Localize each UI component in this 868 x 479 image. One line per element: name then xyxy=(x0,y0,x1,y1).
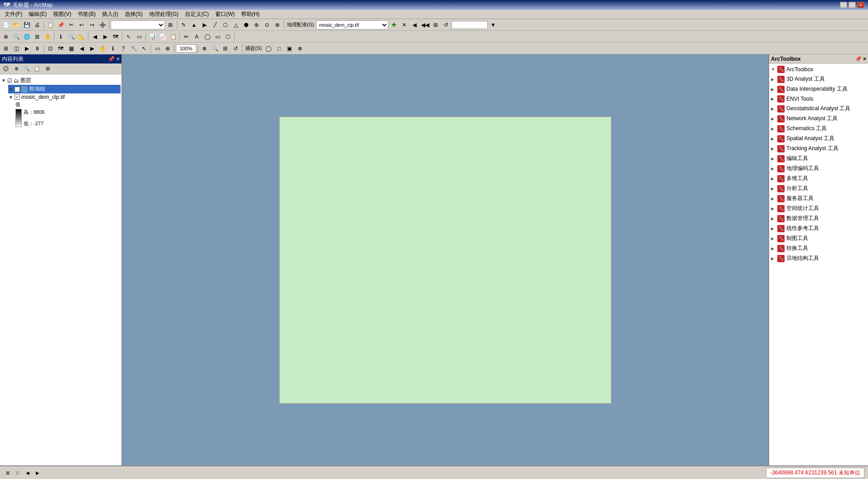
tool-header-6[interactable]: ▶🔧Schematics 工具 xyxy=(770,124,867,133)
table-btn[interactable]: 📊 xyxy=(147,32,157,42)
close-button[interactable]: ✕ xyxy=(857,2,864,8)
tool-header-16[interactable]: ▶🔧线性参考工具 xyxy=(770,224,867,233)
menu-item-c[interactable]: 自定义(C) xyxy=(182,10,212,19)
copy-button[interactable]: 📋 xyxy=(45,20,55,30)
edit7[interactable]: ⬢ xyxy=(241,20,251,30)
maximize-button[interactable]: □ xyxy=(849,2,856,8)
edit3[interactable]: ▶ xyxy=(199,20,209,30)
geo-file-dropdown[interactable]: mosic_dem_clp.tif xyxy=(316,20,388,29)
zoom-sel[interactable]: ▦ xyxy=(66,44,76,54)
draw4[interactable]: ▭ xyxy=(213,32,223,42)
help-btn[interactable]: ? xyxy=(118,44,128,54)
tool-header-8[interactable]: ▶🔧Tracking Analyst 工具 xyxy=(770,144,867,153)
graph-btn[interactable]: 📈 xyxy=(158,32,168,42)
toc-btn4[interactable]: 📋 xyxy=(32,64,42,74)
layout-btn4[interactable]: ⏸ xyxy=(32,44,42,54)
geo-btn3[interactable]: ◀ xyxy=(410,20,420,30)
edit5[interactable]: ⬡ xyxy=(220,20,230,30)
geo-btn6[interactable]: ↺ xyxy=(441,20,451,30)
draw3[interactable]: ◯ xyxy=(202,32,212,42)
tool-header-12[interactable]: ▶🔧分析工具 xyxy=(770,184,867,193)
zoom-layer[interactable]: 🗺 xyxy=(111,32,121,42)
mosic-checkbox[interactable]: ✓ xyxy=(15,94,20,100)
tool-header-11[interactable]: ▶🔧多维工具 xyxy=(770,174,867,183)
tool-header-14[interactable]: ▶🔧空间统计工具 xyxy=(770,204,867,213)
pan-btn[interactable]: ✋ xyxy=(43,32,53,42)
undo-button[interactable]: ↩ xyxy=(77,20,87,30)
tool-header-2[interactable]: ▶🔧Data Interoperability 工具 xyxy=(770,84,867,94)
report-btn[interactable]: 📋 xyxy=(168,32,178,42)
layout-btn1[interactable]: ⊞ xyxy=(1,44,11,54)
snap-btn[interactable]: ⊕ xyxy=(295,44,305,54)
select2-btn[interactable]: ▭ xyxy=(134,32,144,42)
layer-dropdown[interactable] xyxy=(111,20,165,29)
layer-item-xiongao[interactable]: ▼ ✓ 熊坳组 xyxy=(8,85,121,93)
geo-btn1[interactable]: ✚ xyxy=(389,20,399,30)
menu-item-i[interactable]: 插入(I) xyxy=(99,10,121,19)
tool-header-7[interactable]: ▶🔧Spatial Analyst 工具 xyxy=(770,134,867,143)
minimize-button[interactable]: ─ xyxy=(840,2,847,8)
tool-header-3[interactable]: ▶🔧ENVI Tools xyxy=(770,94,867,103)
menu-item-e[interactable]: 编辑(E) xyxy=(26,10,49,19)
tool-header-0[interactable]: ▼🔧ArcToolbox xyxy=(770,65,867,74)
find-btn[interactable]: 🔍 xyxy=(66,32,76,42)
redo-button[interactable]: ↪ xyxy=(87,20,97,30)
tool-header-10[interactable]: ▶🔧地理编码工具 xyxy=(770,164,867,173)
measure-btn[interactable]: 📐 xyxy=(77,32,87,42)
tools-btn[interactable]: 🔧 xyxy=(129,44,139,54)
tool-header-9[interactable]: ▶🔧编辑工具 xyxy=(770,154,867,163)
zoom-layer2[interactable]: 🗺 xyxy=(56,44,66,54)
toc-group-header-layers[interactable]: ▼ ☑ 🗂 图层 xyxy=(1,76,121,85)
identify-btn[interactable]: ℹ xyxy=(56,32,66,42)
cursor-btn[interactable]: ↖ xyxy=(124,32,134,42)
zoom-btn3[interactable]: ⊞ xyxy=(220,44,230,54)
zoom-whole[interactable]: ⊡ xyxy=(45,44,55,54)
layout-btn2[interactable]: ◫ xyxy=(11,44,21,54)
menu-item-b[interactable]: 书签(B) xyxy=(75,10,98,19)
edit9[interactable]: ⊙ xyxy=(262,20,272,30)
draw5[interactable]: ⬡ xyxy=(223,32,233,42)
menu-item-f[interactable]: 文件(F) xyxy=(2,10,25,19)
geo-search-input[interactable] xyxy=(451,21,488,29)
xiongao-checkbox[interactable]: ✓ xyxy=(15,87,20,92)
pan2[interactable]: ✋ xyxy=(97,44,107,54)
zoom-value-input[interactable] xyxy=(176,44,196,53)
paste-button[interactable]: 📌 xyxy=(56,20,66,30)
tool-header-15[interactable]: ▶🔧数据管理工具 xyxy=(770,214,867,223)
save-button[interactable]: 💾 xyxy=(22,20,32,30)
select-btn[interactable]: ⊞ xyxy=(32,32,42,42)
geo-btn5[interactable]: ⊞ xyxy=(431,20,441,30)
menu-item-v[interactable]: 视图(V) xyxy=(50,10,74,19)
toc-btn1[interactable]: 🔘 xyxy=(1,64,11,74)
menu-item-g[interactable]: 地理处理(G) xyxy=(146,10,181,19)
zoom-btn4[interactable]: ↺ xyxy=(231,44,241,54)
toc-btn3[interactable]: 🔍 xyxy=(22,64,32,74)
edit6[interactable]: △ xyxy=(231,20,241,30)
geo-btn7[interactable]: ▼ xyxy=(488,20,498,30)
status-btn4[interactable]: ▶ xyxy=(34,469,42,477)
pointer-button[interactable]: ➕ xyxy=(97,20,107,30)
snap-toggle[interactable]: ◯ xyxy=(264,44,274,54)
tool-header-5[interactable]: ▶🔧Network Analyst 工具 xyxy=(770,114,867,123)
print-button[interactable]: 🖨 xyxy=(32,20,42,30)
tool-header-17[interactable]: ▶🔧制图工具 xyxy=(770,234,867,243)
edit2[interactable]: ▲ xyxy=(189,20,199,30)
draw1[interactable]: ✏ xyxy=(181,32,191,42)
arrow-prev[interactable]: ◀ xyxy=(90,32,100,42)
arrow-next[interactable]: ▶ xyxy=(100,32,110,42)
sel3[interactable]: ▭ xyxy=(152,44,162,54)
zoom-out[interactable]: 🌐 xyxy=(22,32,32,42)
tool-header-4[interactable]: ▶🔧Geostatistical Analyst 工具 xyxy=(770,104,867,113)
edit8[interactable]: ⊕ xyxy=(252,20,262,30)
tool-header-18[interactable]: ▶🔧转换工具 xyxy=(770,244,867,253)
geo-btn4[interactable]: ◀◀ xyxy=(420,20,430,30)
tool-header-1[interactable]: ▶🔧3D Analyst 工具 xyxy=(770,74,867,84)
toc-close-icon[interactable]: × xyxy=(116,56,120,62)
menu-item-s[interactable]: 选择(S) xyxy=(122,10,145,19)
draw2[interactable]: A xyxy=(192,32,202,42)
edit10[interactable]: ⊗ xyxy=(272,20,282,30)
toc-btn2[interactable]: ⊕ xyxy=(11,64,21,74)
open-button[interactable]: 📂 xyxy=(11,20,21,30)
arctoolbox-close-icon[interactable]: × xyxy=(863,56,866,62)
edit1[interactable]: ✎ xyxy=(179,20,189,30)
